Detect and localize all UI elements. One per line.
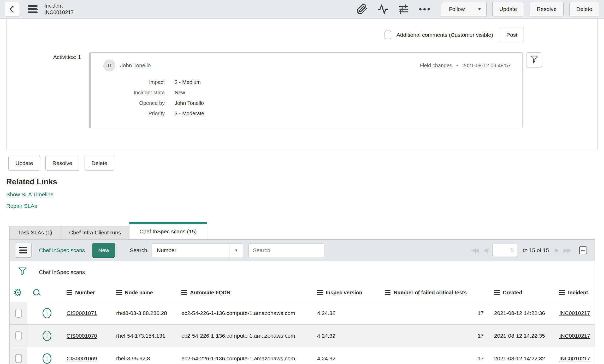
column-header-failed-critical-tests[interactable]: Number of failed critical tests	[385, 290, 487, 296]
context-menu-icon[interactable]	[28, 5, 38, 13]
activity-stream-icon[interactable]	[377, 4, 388, 15]
customer-visible-checkbox[interactable]	[384, 31, 391, 39]
list-header-row: ⚙ Number Node name Automate FQDN Inspec …	[10, 283, 595, 302]
list-context-menu-icon[interactable]	[15, 243, 32, 258]
tab-task-slas[interactable]: Task SLAs (1)	[9, 226, 61, 239]
column-menu-icon	[116, 290, 122, 295]
additional-comments-row: Additional comments (Customer visible) P…	[7, 27, 597, 43]
activities-count-label: Activities: 1	[7, 52, 89, 128]
previous-page-icon[interactable]: ◀	[483, 247, 488, 253]
column-menu-icon	[494, 290, 500, 295]
resolve-button[interactable]: Resolve	[45, 156, 79, 171]
list-filter-row: Chef InSpec scans	[10, 261, 595, 283]
field-label: Opened by	[103, 100, 175, 106]
node-name-cell: rhel-54.173.154.131	[116, 333, 181, 339]
automate-fqdn-cell: ec2-54-226-1-136.compute-1.amazonaws.com	[181, 355, 317, 362]
show-sla-timeline-link[interactable]: Show SLA Timeline	[6, 191, 54, 198]
chef-inspec-scans-list: Chef InSpec scans New Search Number ▼ ◀◀…	[9, 239, 595, 364]
column-header-created[interactable]: Created	[487, 290, 552, 296]
column-header-incident[interactable]: Incident	[552, 290, 595, 296]
field-change-row: Impact 2 - Medium	[103, 79, 511, 85]
row-checkbox[interactable]	[15, 354, 22, 363]
new-record-button[interactable]: New	[92, 243, 115, 258]
search-label: Search	[130, 247, 147, 253]
collapse-list-icon[interactable]	[579, 246, 587, 254]
update-button[interactable]: Update	[8, 156, 40, 171]
column-menu-icon	[317, 290, 323, 295]
field-label: Priority	[103, 111, 175, 117]
last-page-icon[interactable]: ▶▶	[564, 247, 571, 253]
created-cell: 2021-08-12 14:22:35	[487, 333, 552, 339]
first-page-icon[interactable]: ◀◀	[471, 247, 479, 253]
repair-slas-link[interactable]: Repair SLAs	[6, 203, 37, 209]
follow-button[interactable]: Follow	[441, 2, 473, 16]
search-input[interactable]	[248, 243, 324, 257]
record-preview-icon[interactable]: i	[43, 353, 51, 364]
delete-button[interactable]: Delete	[85, 156, 115, 171]
list-breadcrumb[interactable]: Chef InSpec scans	[39, 269, 85, 275]
resolve-button-header[interactable]: Resolve	[530, 2, 564, 16]
inspec-version-cell: 4.24.32	[317, 333, 385, 339]
update-button-header[interactable]: Update	[492, 2, 524, 16]
more-options-icon[interactable]	[419, 8, 430, 10]
personalize-list-icon[interactable]: ⚙	[13, 288, 27, 298]
personalize-icon[interactable]	[398, 4, 409, 15]
scan-number-link[interactable]: CIS0001069	[67, 355, 97, 361]
chevron-left-icon	[9, 5, 17, 13]
pagination-range: to 15 of 15	[523, 247, 549, 253]
activity-section: Additional comments (Customer visible) P…	[6, 19, 598, 150]
row-checkbox[interactable]	[15, 331, 22, 340]
chevron-down-icon: ▼	[229, 244, 243, 257]
scan-number-link[interactable]: CIS0001071	[67, 310, 97, 316]
search-field-select[interactable]: Number ▼	[152, 243, 243, 257]
next-page-icon[interactable]: ▶	[555, 247, 559, 253]
automate-fqdn-cell: ec2-54-226-1-136.compute-1.amazonaws.com	[181, 333, 317, 339]
tab-chef-inspec-scans[interactable]: Chef InSpec scans (15)	[129, 222, 207, 239]
incident-link[interactable]: INC0010217	[559, 355, 590, 361]
field-label: Impact	[103, 79, 175, 85]
record-title: Incident INC0010217	[44, 3, 74, 16]
table-row: i CIS0001069 rhel-3.95.62.8 ec2-54-226-1…	[10, 347, 595, 364]
additional-comments-label: Additional comments (Customer visible)	[396, 32, 493, 38]
column-header-number[interactable]: Number	[67, 290, 116, 296]
delete-button-header[interactable]: Delete	[569, 2, 599, 16]
row-checkbox[interactable]	[15, 309, 22, 318]
tab-chef-infra-client-runs[interactable]: Chef Infra Client runs	[61, 226, 129, 239]
follow-split-button: Follow ▼	[441, 2, 487, 16]
search-column-icon[interactable]	[33, 289, 40, 296]
filter-funnel-icon[interactable]	[18, 267, 27, 277]
scan-number-link[interactable]: CIS0001070	[67, 333, 97, 339]
field-change-row: Priority 3 - Moderate	[103, 111, 511, 117]
activity-filter-button[interactable]	[526, 52, 542, 68]
column-menu-icon	[559, 290, 565, 295]
post-button[interactable]: Post	[500, 28, 524, 42]
node-name-cell: rhel8-03-3.88.236.28	[116, 310, 181, 316]
column-header-inspec-version[interactable]: Inspec version	[317, 290, 385, 296]
form-actions: Update Resolve Delete	[8, 156, 604, 171]
column-header-node-name[interactable]: Node name	[116, 290, 181, 296]
related-lists-tabs: Task SLAs (1) Chef Infra Client runs Che…	[9, 222, 604, 239]
funnel-icon	[530, 56, 538, 64]
record-preview-icon[interactable]: i	[43, 308, 51, 318]
back-button[interactable]	[5, 2, 20, 16]
incident-link[interactable]: INC0010217	[559, 310, 590, 316]
pagination: ◀◀ ◀ to 15 of 15 ▶ ▶▶	[471, 244, 590, 257]
column-menu-icon	[181, 290, 187, 295]
follow-dropdown-button[interactable]: ▼	[473, 2, 487, 16]
activity-entry: JT John Tonello Field changes • 2021-08-…	[89, 52, 523, 128]
table-row: i CIS0001071 rhel8-03-3.88.236.28 ec2-54…	[10, 302, 595, 325]
field-value: New	[175, 90, 185, 96]
failed-critical-tests-cell: 17	[385, 333, 487, 339]
failed-critical-tests-cell: 17	[385, 310, 487, 316]
field-label: Incident state	[103, 90, 175, 96]
incident-link[interactable]: INC0010217	[559, 333, 590, 339]
created-cell: 2021-08-12 14:22:36	[487, 310, 552, 316]
inspec-version-cell: 4.24.32	[317, 355, 385, 362]
record-preview-icon[interactable]: i	[43, 331, 51, 341]
automate-fqdn-cell: ec2-54-226-1-136.compute-1.amazonaws.com	[181, 310, 317, 316]
page-number-input[interactable]	[492, 244, 517, 257]
attachment-icon[interactable]	[357, 4, 368, 15]
field-change-row: Incident state New	[103, 90, 511, 96]
record-number: INC0010217	[44, 9, 74, 16]
column-header-automate-fqdn[interactable]: Automate FQDN	[181, 290, 317, 296]
